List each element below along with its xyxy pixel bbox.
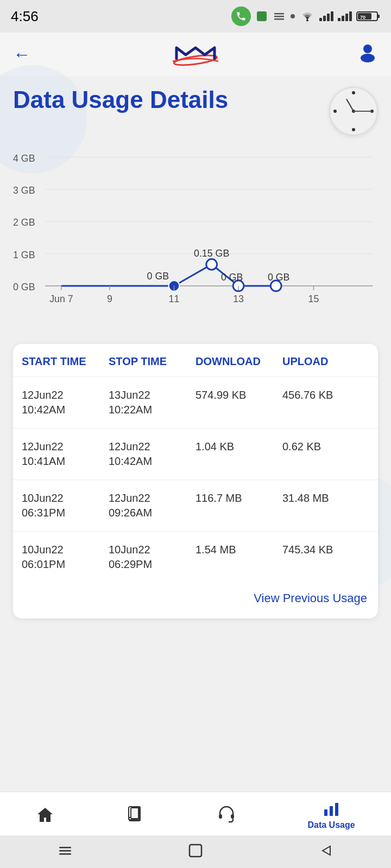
cell-start-3: 10Jun2206:31PM [22,491,109,520]
nav-support[interactable] [217,806,236,824]
col-header-upload: UPLOAD [282,355,369,368]
sys-menu-icon [58,843,73,858]
cell-upload-2: 0.62 KB [282,439,369,469]
clock-dot-left [333,110,337,113]
menu-status-icon [273,10,286,23]
svg-rect-2 [274,16,284,17]
svg-rect-1 [274,13,284,15]
table-header: START TIME STOP TIME DOWNLOAD UPLOAD [13,344,378,377]
svg-point-5 [306,20,308,22]
svg-text:4 GB: 4 GB [13,153,35,164]
usage-chart: 4 GB 3 GB 2 GB 1 GB 0 GB 0 GB 0.15 GB [13,146,378,329]
cell-upload-4: 745.34 KB [282,542,369,572]
cell-start-2: 12Jun2210:41AM [22,439,109,469]
svg-rect-42 [231,814,234,819]
cell-start-4: 10Jun2206:01PM [22,542,109,572]
svg-text:70: 70 [360,15,365,20]
brand-logo [163,40,228,67]
chart-container: 4 GB 3 GB 2 GB 1 GB 0 GB 0 GB 0.15 GB [13,146,378,331]
chart-label-1: 0.15 GB [194,248,229,259]
table-row: 12Jun2210:42AM 13Jun2210:22AM 574.99 KB … [13,377,378,429]
svg-text:2 GB: 2 GB [13,217,35,228]
logo [163,40,228,69]
svg-rect-41 [219,814,222,819]
svg-rect-0 [257,11,267,21]
clock-hour-hand [346,99,354,112]
col-header-download: DOWNLOAD [195,355,282,368]
home-icon [36,806,54,824]
col-header-start-time: START TIME [22,355,109,368]
svg-rect-48 [59,853,71,855]
svg-rect-3 [274,18,284,20]
wifi-icon [300,10,315,23]
cell-upload-3: 31.48 MB [282,491,369,520]
svg-rect-46 [59,847,71,848]
chart-point-1 [206,259,217,270]
documents-icon [127,806,145,824]
nav-data-usage-label: Data Usage [307,820,355,830]
clock-dot-top [352,91,355,94]
back-button[interactable]: ← [13,44,30,65]
cell-stop-2: 12Jun2210:42AM [109,439,195,469]
svg-rect-44 [330,806,333,816]
signal-bars-2 [338,11,352,21]
svg-rect-45 [335,803,338,816]
svg-rect-43 [324,809,327,816]
square-status-icon [255,10,268,23]
status-time: 4:56 [11,8,39,25]
svg-point-4 [291,14,295,18]
chart-label-0: 0 GB [147,271,169,282]
chart-label-3: 0 GB [268,272,289,283]
user-profile-button[interactable] [357,42,378,67]
table-row: 10Jun2206:31PM 12Jun2209:26AM 116.7 MB 3… [13,480,378,532]
chart-label-2: 0 GB [221,272,243,283]
nav-home[interactable] [36,806,54,824]
data-usage-icon [322,800,340,818]
page-title: Data Usage Details [13,87,228,113]
sys-home-icon [188,843,203,858]
svg-text:0 GB: 0 GB [13,282,35,292]
status-bar: 4:56 [0,0,391,33]
usage-table-card: START TIME STOP TIME DOWNLOAD UPLOAD 12J… [13,344,378,618]
system-nav-bar [0,835,391,868]
nav-documents[interactable] [127,806,145,824]
sys-nav-home[interactable] [188,843,203,860]
sys-back-icon [318,843,333,858]
title-row: Data Usage Details [13,87,378,136]
svg-text:13: 13 [233,293,244,304]
cell-stop-4: 10Jun2206:29PM [109,542,195,572]
table-row: 10Jun2206:01PM 10Jun2206:29PM 1.54 MB 74… [13,532,378,583]
sys-nav-back[interactable] [318,843,333,860]
view-previous-link[interactable]: View Previous Usage [13,583,378,618]
svg-text:3 GB: 3 GB [13,185,35,196]
svg-text:9: 9 [107,293,112,304]
svg-point-11 [363,44,372,53]
cell-download-1: 574.99 KB [195,388,282,417]
status-icons: 70 [231,7,380,26]
col-header-stop-time: STOP TIME [109,355,195,368]
clock-minute-hand [354,111,372,112]
bottom-nav: Data Usage [0,792,391,835]
cell-download-4: 1.54 MB [195,542,282,572]
battery-icon: 70 [356,10,380,23]
top-nav: ← [0,33,391,76]
svg-rect-49 [190,845,201,857]
cell-stop-1: 13Jun2210:22AM [109,388,195,417]
cell-stop-3: 12Jun2209:26AM [109,491,195,520]
cell-start-1: 12Jun2210:42AM [22,388,109,417]
svg-text:11: 11 [169,293,180,304]
nav-data-usage[interactable]: Data Usage [307,800,355,830]
svg-rect-7 [377,15,380,18]
table-row: 12Jun2210:41AM 12Jun2210:42AM 1.04 KB 0.… [13,429,378,480]
svg-text:Jun 7: Jun 7 [49,293,73,304]
svg-rect-47 [59,850,71,852]
svg-text:15: 15 [308,293,319,304]
clock-dot-bottom [352,128,355,131]
svg-marker-50 [323,846,330,855]
signal-bars-1 [319,11,333,21]
sys-nav-menu[interactable] [58,843,73,860]
dot-icon [290,14,295,19]
cell-download-2: 1.04 KB [195,439,282,469]
headset-icon [217,806,236,824]
phone-call-icon [231,7,251,26]
